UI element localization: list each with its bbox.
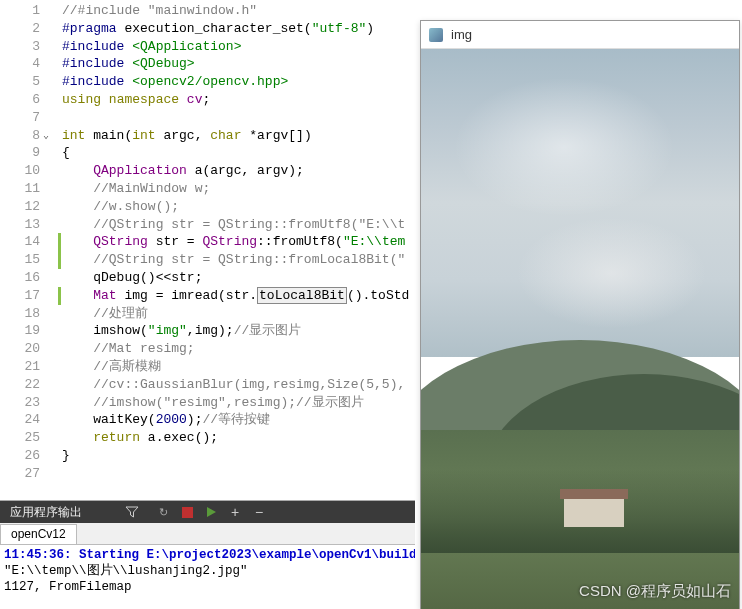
line-number-gutter: 12345678⌄9101112131415161718192021222324… xyxy=(0,0,48,500)
line-number: 7 xyxy=(2,109,40,127)
modified-indicator xyxy=(58,233,61,251)
watermark-text: CSDN @程序员如山石 xyxy=(579,582,731,601)
output-tab-opencv[interactable]: openCv12 xyxy=(0,524,77,544)
application-output-panel: 应用程序输出 ↻ + − openCv12 11:45:36: Starting… xyxy=(0,500,415,609)
output-title: 应用程序输出 xyxy=(0,501,92,523)
line-number: 23 xyxy=(2,394,40,412)
image-content: CSDN @程序员如山石 xyxy=(421,49,739,609)
filter-icon[interactable] xyxy=(122,502,142,522)
line-number: 6 xyxy=(2,91,40,109)
line-number: 1 xyxy=(2,2,40,20)
output-line: 11:45:36: Starting E:\project2023\exampl… xyxy=(4,547,411,563)
line-number: 11 xyxy=(2,180,40,198)
window-icon xyxy=(429,28,443,42)
line-number: 14 xyxy=(2,233,40,251)
line-number: 2 xyxy=(2,20,40,38)
line-number: 19 xyxy=(2,322,40,340)
line-number: 21 xyxy=(2,358,40,376)
line-number: 3 xyxy=(2,38,40,56)
line-number: 17 xyxy=(2,287,40,305)
fold-toggle-icon[interactable]: ⌄ xyxy=(42,131,51,140)
output-line: "E:\\temp\\图片\\lushanjing2.jpg" xyxy=(4,563,411,579)
stop-button[interactable] xyxy=(178,503,196,521)
line-number: 25 xyxy=(2,429,40,447)
line-number: 5 xyxy=(2,73,40,91)
line-number: 26 xyxy=(2,447,40,465)
output-body[interactable]: 11:45:36: Starting E:\project2023\exampl… xyxy=(0,545,415,597)
image-window-title: img xyxy=(451,27,472,42)
line-number: 22 xyxy=(2,376,40,394)
remove-button[interactable]: − xyxy=(250,503,268,521)
modified-indicator xyxy=(58,251,61,269)
line-number: 20 xyxy=(2,340,40,358)
line-number: 13 xyxy=(2,216,40,234)
line-number: 4 xyxy=(2,55,40,73)
add-button[interactable]: + xyxy=(226,503,244,521)
image-window-titlebar[interactable]: img xyxy=(421,21,739,49)
line-number: 8⌄ xyxy=(2,127,40,145)
output-tabs: openCv12 xyxy=(0,523,415,545)
line-number: 9 xyxy=(2,144,40,162)
output-header: 应用程序输出 ↻ + − xyxy=(0,501,415,523)
line-number: 27 xyxy=(2,465,40,483)
line-number: 12 xyxy=(2,198,40,216)
line-number: 18 xyxy=(2,305,40,323)
line-number: 10 xyxy=(2,162,40,180)
line-number: 15 xyxy=(2,251,40,269)
output-line: 1127, FromFilemap xyxy=(4,579,411,595)
code-line[interactable]: //#include "mainwindow.h" xyxy=(62,2,742,20)
line-number: 24 xyxy=(2,411,40,429)
image-display-window[interactable]: img CSDN @程序员如山石 xyxy=(420,20,740,609)
rerun-button[interactable]: ↻ xyxy=(154,503,172,521)
line-number: 16 xyxy=(2,269,40,287)
modified-indicator xyxy=(58,287,61,305)
run-button[interactable] xyxy=(202,503,220,521)
